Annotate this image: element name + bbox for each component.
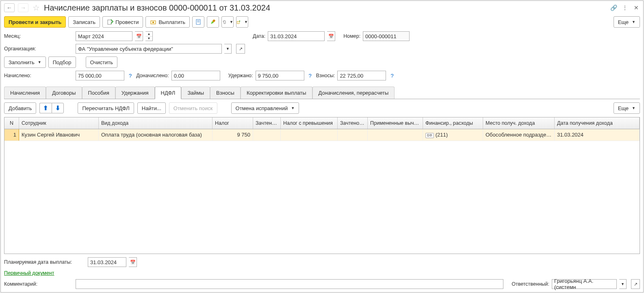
withheld-label: Удержано:: [228, 73, 253, 78]
col-place[interactable]: Место получ. дохода: [483, 117, 555, 129]
tab-more-button[interactable]: Еще▼: [614, 102, 640, 114]
accrued-label: Начислено:: [4, 73, 73, 78]
pay-button[interactable]: Выплатить: [145, 16, 190, 28]
window-title: Начисление зарплаты и взносов 0000-00001…: [44, 3, 607, 13]
withheld-value: 9 750,00: [256, 71, 304, 80]
nav-back-button[interactable]: ←: [4, 3, 15, 12]
link-icon[interactable]: 🔗: [610, 4, 617, 11]
favorite-star-icon[interactable]: ☆: [32, 3, 41, 13]
tab-benefits[interactable]: Пособия: [82, 87, 115, 99]
org-input[interactable]: ФА "Управление субъекта федерации": [76, 44, 222, 54]
org-label: Организация:: [4, 46, 73, 52]
date-label: Дата:: [253, 33, 265, 39]
col-credited2[interactable]: Зачтено…: [338, 117, 368, 129]
comment-input[interactable]: [76, 279, 503, 289]
post-and-close-button[interactable]: Провести и закрыть: [4, 16, 66, 28]
addaccrued-label: Доначислено:: [136, 73, 169, 78]
cell-deductions: [368, 129, 423, 141]
cell-tax: 9 750: [212, 129, 253, 141]
date-calendar-button[interactable]: 📅: [327, 31, 335, 41]
col-financing[interactable]: Финансир., расходы: [423, 117, 483, 129]
table-row[interactable]: 1 Кузин Сергей Иванович Оплата труда (ос…: [4, 129, 640, 141]
svg-rect-0: [108, 20, 111, 24]
tab-contributions[interactable]: Взносы: [210, 87, 241, 99]
recalc-ndfl-button[interactable]: Пересчитать НДФЛ: [78, 102, 134, 114]
svg-point-2: [152, 22, 154, 23]
planned-date-input[interactable]: 31.03.2024: [88, 257, 126, 267]
accrued-help-icon[interactable]: ?: [129, 73, 132, 79]
move-down-button[interactable]: ⬇: [52, 103, 64, 113]
col-tax-excess[interactable]: Налог с превышения: [281, 117, 338, 129]
responsible-input[interactable]: Григорьянц А.А. (системн: [552, 279, 617, 289]
org-open-button[interactable]: ↗: [236, 44, 245, 54]
report-button[interactable]: [192, 16, 204, 28]
accrued-value: 75 000,00: [76, 71, 124, 80]
find-button[interactable]: Найти...: [137, 102, 166, 114]
tab-accruals[interactable]: Начисления: [4, 87, 46, 99]
withheld-help-icon[interactable]: ?: [309, 73, 312, 79]
col-income-date[interactable]: Дата получения дохода: [555, 117, 640, 129]
month-calendar-button[interactable]: 📅: [135, 31, 143, 41]
share-icon: [236, 19, 241, 25]
primary-document-link[interactable]: Первичный документ: [4, 270, 54, 276]
cell-income-type: Оплата труда (основная налоговая база): [99, 129, 212, 141]
clear-button[interactable]: Очистить: [86, 56, 118, 68]
post-button[interactable]: Провести: [102, 16, 143, 28]
number-label: Номер:: [343, 33, 360, 39]
col-n[interactable]: N: [4, 117, 19, 129]
month-label: Месяц:: [4, 33, 73, 39]
write-button[interactable]: Записать: [68, 16, 100, 28]
attachment-button[interactable]: ▼: [221, 16, 234, 28]
tab-corrections[interactable]: Корректировки выплаты: [241, 87, 312, 99]
more-button[interactable]: Еще▼: [614, 16, 640, 28]
spin-up[interactable]: ▲: [145, 32, 152, 37]
spin-down[interactable]: ▼: [145, 37, 152, 41]
cell-tax-excess: [281, 129, 338, 141]
addaccrued-value: 0,00: [171, 71, 220, 80]
cancel-corrections-button[interactable]: Отмена исправлений▼: [231, 102, 299, 114]
fill-button[interactable]: Заполнить▼: [4, 56, 46, 68]
tab-recalc[interactable]: Доначисления, перерасчеты: [312, 87, 395, 99]
org-dropdown-button[interactable]: ▼: [224, 44, 232, 54]
responsible-open-button[interactable]: ↗: [631, 279, 640, 289]
responsible-label: Ответственный:: [512, 281, 549, 287]
close-icon[interactable]: ✕: [633, 4, 640, 11]
more-icon[interactable]: ⋮: [621, 4, 629, 11]
tabs: Начисления Договоры Пособия Удержания НД…: [4, 87, 640, 99]
nav-forward-button[interactable]: →: [18, 3, 28, 12]
svg-rect-7: [237, 22, 239, 24]
number-input: 0000-000011: [363, 31, 410, 41]
col-tax[interactable]: Налог: [212, 117, 253, 129]
col-income-type[interactable]: Вид дохода: [99, 117, 212, 129]
col-credited[interactable]: Зачтен…: [253, 117, 281, 129]
cell-place: Обособленное подразде…: [483, 129, 555, 141]
month-spinner[interactable]: ▲ ▼: [145, 31, 153, 41]
move-up-button[interactable]: ⬆: [39, 103, 52, 113]
cell-credited2: [338, 129, 368, 141]
add-row-button[interactable]: Добавить: [4, 102, 36, 114]
month-input[interactable]: Март 2024: [76, 31, 132, 41]
paperclip-icon: [222, 19, 226, 25]
cell-employee: Кузин Сергей Иванович: [19, 129, 99, 141]
cell-income-date: 31.03.2024: [555, 129, 640, 141]
post-icon: [107, 19, 113, 25]
contrib-value: 22 725,00: [337, 71, 386, 80]
tab-withholdings[interactable]: Удержания: [115, 87, 155, 99]
planned-date-calendar-button[interactable]: 📅: [129, 257, 137, 267]
col-employee[interactable]: Сотрудник: [19, 117, 99, 129]
report-icon: [195, 19, 202, 25]
tab-loans[interactable]: Займы: [181, 87, 210, 99]
financing-badge: БФ: [425, 133, 434, 138]
tab-contracts[interactable]: Договоры: [46, 87, 82, 99]
pay-icon: [150, 19, 156, 25]
tab-ndfl[interactable]: НДФЛ: [155, 87, 182, 99]
marker-button[interactable]: [207, 16, 219, 28]
pick-button[interactable]: Подбор: [48, 56, 76, 68]
cell-n: 1: [4, 129, 19, 141]
date-input[interactable]: 31.03.2024: [268, 31, 325, 41]
contrib-help-icon[interactable]: ?: [390, 73, 393, 79]
responsible-dropdown-button[interactable]: ▼: [619, 279, 627, 289]
share-button[interactable]: ▼: [236, 16, 248, 28]
cell-financing: БФ(211): [423, 129, 483, 141]
col-deductions[interactable]: Примененные выч…: [368, 117, 423, 129]
